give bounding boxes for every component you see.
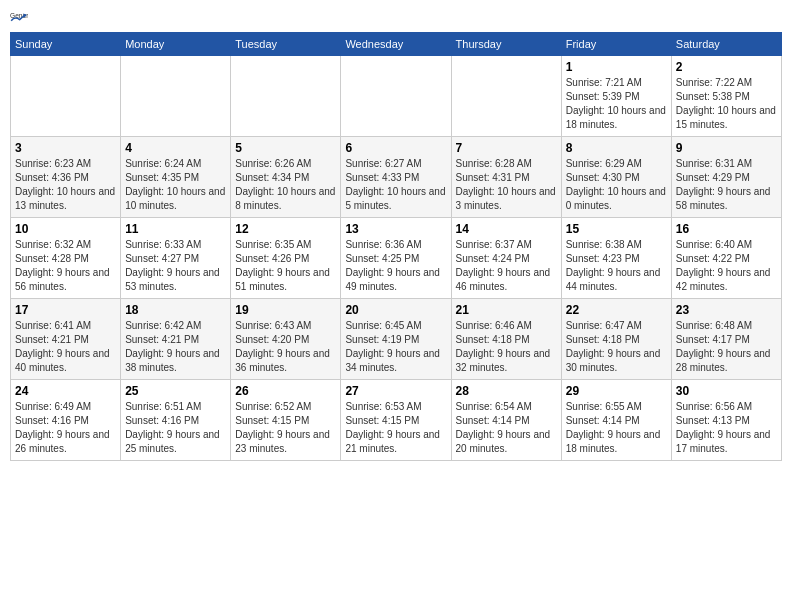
calendar-cell: 24Sunrise: 6:49 AM Sunset: 4:16 PM Dayli… (11, 380, 121, 461)
day-info: Sunrise: 6:23 AM Sunset: 4:36 PM Dayligh… (15, 157, 116, 213)
day-info: Sunrise: 6:35 AM Sunset: 4:26 PM Dayligh… (235, 238, 336, 294)
day-info: Sunrise: 7:22 AM Sunset: 5:38 PM Dayligh… (676, 76, 777, 132)
weekday-header: Friday (561, 33, 671, 56)
weekday-header: Wednesday (341, 33, 451, 56)
day-info: Sunrise: 7:21 AM Sunset: 5:39 PM Dayligh… (566, 76, 667, 132)
calendar-cell: 3Sunrise: 6:23 AM Sunset: 4:36 PM Daylig… (11, 137, 121, 218)
day-number: 12 (235, 222, 336, 236)
calendar-week-row: 17Sunrise: 6:41 AM Sunset: 4:21 PM Dayli… (11, 299, 782, 380)
day-info: Sunrise: 6:49 AM Sunset: 4:16 PM Dayligh… (15, 400, 116, 456)
calendar-cell: 29Sunrise: 6:55 AM Sunset: 4:14 PM Dayli… (561, 380, 671, 461)
calendar-cell: 13Sunrise: 6:36 AM Sunset: 4:25 PM Dayli… (341, 218, 451, 299)
day-info: Sunrise: 6:55 AM Sunset: 4:14 PM Dayligh… (566, 400, 667, 456)
day-info: Sunrise: 6:45 AM Sunset: 4:19 PM Dayligh… (345, 319, 446, 375)
day-number: 3 (15, 141, 116, 155)
calendar-cell: 12Sunrise: 6:35 AM Sunset: 4:26 PM Dayli… (231, 218, 341, 299)
day-number: 8 (566, 141, 667, 155)
calendar-header-row: SundayMondayTuesdayWednesdayThursdayFrid… (11, 33, 782, 56)
day-number: 6 (345, 141, 446, 155)
day-number: 21 (456, 303, 557, 317)
day-info: Sunrise: 6:37 AM Sunset: 4:24 PM Dayligh… (456, 238, 557, 294)
calendar-cell: 2Sunrise: 7:22 AM Sunset: 5:38 PM Daylig… (671, 56, 781, 137)
calendar-cell: 18Sunrise: 6:42 AM Sunset: 4:21 PM Dayli… (121, 299, 231, 380)
day-number: 10 (15, 222, 116, 236)
day-number: 28 (456, 384, 557, 398)
day-number: 27 (345, 384, 446, 398)
day-number: 23 (676, 303, 777, 317)
day-info: Sunrise: 6:52 AM Sunset: 4:15 PM Dayligh… (235, 400, 336, 456)
weekday-header: Sunday (11, 33, 121, 56)
page-header: General (10, 10, 782, 28)
calendar-cell: 10Sunrise: 6:32 AM Sunset: 4:28 PM Dayli… (11, 218, 121, 299)
calendar-cell: 22Sunrise: 6:47 AM Sunset: 4:18 PM Dayli… (561, 299, 671, 380)
day-number: 13 (345, 222, 446, 236)
day-info: Sunrise: 6:24 AM Sunset: 4:35 PM Dayligh… (125, 157, 226, 213)
calendar-cell: 17Sunrise: 6:41 AM Sunset: 4:21 PM Dayli… (11, 299, 121, 380)
calendar-cell: 27Sunrise: 6:53 AM Sunset: 4:15 PM Dayli… (341, 380, 451, 461)
day-info: Sunrise: 6:42 AM Sunset: 4:21 PM Dayligh… (125, 319, 226, 375)
day-number: 16 (676, 222, 777, 236)
day-info: Sunrise: 6:41 AM Sunset: 4:21 PM Dayligh… (15, 319, 116, 375)
day-info: Sunrise: 6:38 AM Sunset: 4:23 PM Dayligh… (566, 238, 667, 294)
calendar-cell: 1Sunrise: 7:21 AM Sunset: 5:39 PM Daylig… (561, 56, 671, 137)
day-info: Sunrise: 6:53 AM Sunset: 4:15 PM Dayligh… (345, 400, 446, 456)
calendar-cell (121, 56, 231, 137)
day-number: 5 (235, 141, 336, 155)
day-info: Sunrise: 6:40 AM Sunset: 4:22 PM Dayligh… (676, 238, 777, 294)
day-info: Sunrise: 6:47 AM Sunset: 4:18 PM Dayligh… (566, 319, 667, 375)
logo-icon: General (10, 10, 28, 28)
calendar-cell: 6Sunrise: 6:27 AM Sunset: 4:33 PM Daylig… (341, 137, 451, 218)
calendar-cell: 28Sunrise: 6:54 AM Sunset: 4:14 PM Dayli… (451, 380, 561, 461)
day-info: Sunrise: 6:54 AM Sunset: 4:14 PM Dayligh… (456, 400, 557, 456)
day-info: Sunrise: 6:36 AM Sunset: 4:25 PM Dayligh… (345, 238, 446, 294)
day-info: Sunrise: 6:31 AM Sunset: 4:29 PM Dayligh… (676, 157, 777, 213)
calendar-cell: 25Sunrise: 6:51 AM Sunset: 4:16 PM Dayli… (121, 380, 231, 461)
weekday-header: Tuesday (231, 33, 341, 56)
day-number: 24 (15, 384, 116, 398)
calendar-cell: 23Sunrise: 6:48 AM Sunset: 4:17 PM Dayli… (671, 299, 781, 380)
calendar-cell: 19Sunrise: 6:43 AM Sunset: 4:20 PM Dayli… (231, 299, 341, 380)
calendar-table: SundayMondayTuesdayWednesdayThursdayFrid… (10, 32, 782, 461)
calendar-cell (11, 56, 121, 137)
day-number: 4 (125, 141, 226, 155)
weekday-header: Thursday (451, 33, 561, 56)
calendar-cell: 11Sunrise: 6:33 AM Sunset: 4:27 PM Dayli… (121, 218, 231, 299)
calendar-cell: 26Sunrise: 6:52 AM Sunset: 4:15 PM Dayli… (231, 380, 341, 461)
calendar-cell: 4Sunrise: 6:24 AM Sunset: 4:35 PM Daylig… (121, 137, 231, 218)
calendar-cell: 7Sunrise: 6:28 AM Sunset: 4:31 PM Daylig… (451, 137, 561, 218)
logo: General (10, 10, 32, 28)
day-info: Sunrise: 6:27 AM Sunset: 4:33 PM Dayligh… (345, 157, 446, 213)
calendar-cell: 8Sunrise: 6:29 AM Sunset: 4:30 PM Daylig… (561, 137, 671, 218)
day-number: 19 (235, 303, 336, 317)
day-number: 20 (345, 303, 446, 317)
calendar-cell: 16Sunrise: 6:40 AM Sunset: 4:22 PM Dayli… (671, 218, 781, 299)
calendar-cell (451, 56, 561, 137)
day-info: Sunrise: 6:33 AM Sunset: 4:27 PM Dayligh… (125, 238, 226, 294)
calendar-cell: 5Sunrise: 6:26 AM Sunset: 4:34 PM Daylig… (231, 137, 341, 218)
day-info: Sunrise: 6:28 AM Sunset: 4:31 PM Dayligh… (456, 157, 557, 213)
calendar-cell: 20Sunrise: 6:45 AM Sunset: 4:19 PM Dayli… (341, 299, 451, 380)
day-info: Sunrise: 6:43 AM Sunset: 4:20 PM Dayligh… (235, 319, 336, 375)
day-number: 25 (125, 384, 226, 398)
calendar-week-row: 1Sunrise: 7:21 AM Sunset: 5:39 PM Daylig… (11, 56, 782, 137)
day-number: 9 (676, 141, 777, 155)
day-number: 17 (15, 303, 116, 317)
day-info: Sunrise: 6:46 AM Sunset: 4:18 PM Dayligh… (456, 319, 557, 375)
calendar-week-row: 3Sunrise: 6:23 AM Sunset: 4:36 PM Daylig… (11, 137, 782, 218)
day-info: Sunrise: 6:48 AM Sunset: 4:17 PM Dayligh… (676, 319, 777, 375)
day-number: 14 (456, 222, 557, 236)
calendar-cell: 30Sunrise: 6:56 AM Sunset: 4:13 PM Dayli… (671, 380, 781, 461)
day-number: 18 (125, 303, 226, 317)
day-number: 11 (125, 222, 226, 236)
calendar-week-row: 24Sunrise: 6:49 AM Sunset: 4:16 PM Dayli… (11, 380, 782, 461)
day-info: Sunrise: 6:56 AM Sunset: 4:13 PM Dayligh… (676, 400, 777, 456)
day-number: 1 (566, 60, 667, 74)
day-number: 15 (566, 222, 667, 236)
day-info: Sunrise: 6:51 AM Sunset: 4:16 PM Dayligh… (125, 400, 226, 456)
day-info: Sunrise: 6:26 AM Sunset: 4:34 PM Dayligh… (235, 157, 336, 213)
day-info: Sunrise: 6:29 AM Sunset: 4:30 PM Dayligh… (566, 157, 667, 213)
day-number: 30 (676, 384, 777, 398)
day-number: 7 (456, 141, 557, 155)
day-number: 2 (676, 60, 777, 74)
weekday-header: Monday (121, 33, 231, 56)
